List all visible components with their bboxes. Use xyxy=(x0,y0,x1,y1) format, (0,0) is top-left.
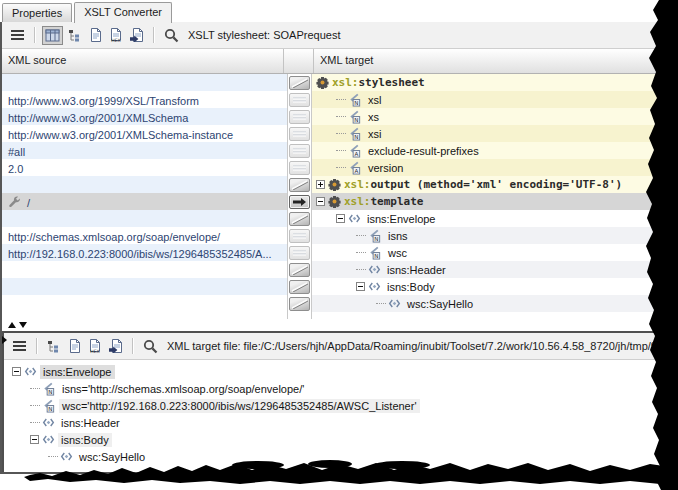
mapping-button-cell xyxy=(288,142,312,159)
tree-item[interactable]: isns:Body xyxy=(4,431,678,448)
tree-item[interactable]: Nwsc='http://192.168.0.223:8000/ibis/ws/… xyxy=(4,397,678,414)
target-cell[interactable]: isns:Header xyxy=(312,261,678,278)
svg-text:HEX: HEX xyxy=(90,349,100,353)
source-column-header[interactable]: XML source xyxy=(2,49,284,73)
attribute-icon: A xyxy=(348,144,362,158)
equals-mapping-button[interactable] xyxy=(289,246,310,260)
menu-button[interactable] xyxy=(10,337,30,355)
hexdoc-button[interactable]: HEX xyxy=(86,336,104,356)
equals-mapping-button[interactable] xyxy=(289,144,310,158)
collapse-down-button[interactable] xyxy=(19,322,27,328)
target-cell[interactable]: Nxsi xyxy=(312,125,678,142)
source-value: #all xyxy=(8,146,25,158)
equals-mapping-button[interactable] xyxy=(289,110,310,124)
mapping-button-cell xyxy=(288,91,312,108)
expand-toggle[interactable] xyxy=(30,435,39,444)
arrow-mapping-button[interactable] xyxy=(289,195,310,209)
source-cell[interactable] xyxy=(2,74,288,91)
tree-item-label: isns:Envelope xyxy=(40,365,115,379)
target-cell[interactable]: isns:Body xyxy=(312,278,678,295)
equals-mapping-button[interactable] xyxy=(289,161,310,175)
target-column-header[interactable]: XML target xyxy=(314,49,678,73)
target-cell[interactable]: Nxs xyxy=(312,108,678,125)
tree-item[interactable]: Nisns='http://schemas.xmlsoap.org/soap/e… xyxy=(4,380,678,397)
tree-item-label: isns:Header xyxy=(58,416,123,430)
hexdoc-button[interactable]: HEX xyxy=(107,25,125,45)
diagonal-mapping-button[interactable] xyxy=(289,212,310,226)
grid-button[interactable] xyxy=(42,26,63,45)
target-cell[interactable]: xsl:template xyxy=(312,193,678,210)
doc-button[interactable] xyxy=(87,25,105,45)
tree-item[interactable]: wsc:SayHello xyxy=(4,448,678,465)
diagonal-mapping-button[interactable] xyxy=(289,76,310,90)
source-cell xyxy=(2,312,288,319)
mapping-row: isns:Header xyxy=(2,261,678,278)
source-cell[interactable] xyxy=(2,261,288,278)
importdoc-button[interactable] xyxy=(106,336,126,356)
target-node-label: xsi xyxy=(365,127,384,141)
target-cell[interactable]: wsc:SayHello xyxy=(312,295,678,312)
mapping-button-cell xyxy=(288,108,312,125)
target-cell[interactable]: Aversion xyxy=(312,159,678,176)
diagonal-mapping-button[interactable] xyxy=(289,297,310,311)
menu-button[interactable] xyxy=(8,26,28,44)
source-cell[interactable]: http://www.w3.org/2001/XMLSchema-instanc… xyxy=(2,125,288,142)
mapping-button-cell xyxy=(288,261,312,278)
source-cell[interactable] xyxy=(2,295,288,312)
diagonal-mapping-button[interactable] xyxy=(289,280,310,294)
tree-button[interactable] xyxy=(65,26,85,45)
tree-item-label: wsc='http://192.168.0.223:8000/ibis/ws/1… xyxy=(59,399,420,413)
target-node-label: exclude-result-prefixes xyxy=(365,144,482,158)
source-cell[interactable]: http://www.w3.org/2001/XMLSchema xyxy=(2,108,288,125)
target-cell[interactable]: xsl:output (method='xml' encoding='UTF-8… xyxy=(312,176,678,193)
diagonal-mapping-button[interactable] xyxy=(289,263,310,277)
tab-properties[interactable]: Properties xyxy=(2,3,72,22)
equals-mapping-button[interactable] xyxy=(289,229,310,243)
mapping-table-filler xyxy=(2,312,678,319)
tree-button[interactable] xyxy=(44,337,64,356)
source-cell[interactable]: / xyxy=(2,193,288,210)
search-button[interactable] xyxy=(161,25,182,46)
hexdoc-icon: HEX xyxy=(110,28,122,42)
target-cell[interactable]: Aexclude-result-prefixes xyxy=(312,142,678,159)
tree-item[interactable]: isns:Envelope xyxy=(4,363,678,380)
collapse-up-button[interactable] xyxy=(8,322,16,328)
mapping-row: http://www.w3.org/1999/XSL/TransformNxsl xyxy=(2,91,678,108)
importdoc-button[interactable] xyxy=(127,25,147,45)
expand-toggle[interactable] xyxy=(336,214,345,223)
tab-xslt-converter[interactable]: XSLT Converter xyxy=(74,2,172,23)
svg-text:A: A xyxy=(354,167,358,173)
expand-toggle[interactable] xyxy=(356,282,365,291)
tree-item[interactable]: isns:Header xyxy=(4,414,678,431)
target-cell[interactable]: Nxsl xyxy=(312,91,678,108)
source-cell[interactable] xyxy=(2,278,288,295)
source-cell[interactable]: http://www.w3.org/1999/XSL/Transform xyxy=(2,91,288,108)
diagonal-mapping-button[interactable] xyxy=(289,178,310,192)
doc-icon xyxy=(69,339,81,353)
equals-mapping-button[interactable] xyxy=(289,127,310,141)
target-cell[interactable]: Nisns xyxy=(312,227,678,244)
tree-connector xyxy=(30,388,40,389)
expand-toggle[interactable] xyxy=(12,367,21,376)
toolbar-separator xyxy=(36,338,38,354)
source-cell[interactable]: #all xyxy=(2,142,288,159)
source-cell[interactable]: http://192.168.0.223:8000/ibis/ws/129648… xyxy=(2,244,288,261)
equals-mapping-button[interactable] xyxy=(289,93,310,107)
splitter[interactable] xyxy=(2,319,678,331)
doc-button[interactable] xyxy=(66,336,84,356)
target-node-label: version xyxy=(365,161,406,175)
search-button[interactable] xyxy=(140,336,161,357)
target-cell[interactable]: Nwsc xyxy=(312,244,678,261)
splitter-edge-handle[interactable] xyxy=(2,336,7,344)
source-cell[interactable]: http://schemas.xmlsoap.org/soap/envelope… xyxy=(2,227,288,244)
expand-toggle[interactable] xyxy=(316,180,325,189)
target-cell[interactable]: xsl:stylesheet xyxy=(312,74,678,91)
mapping-button-cell xyxy=(288,295,312,312)
source-cell[interactable]: 2.0 xyxy=(2,159,288,176)
target-cell[interactable]: isns:Envelope xyxy=(312,210,678,227)
expand-toggle[interactable] xyxy=(316,197,325,206)
source-cell[interactable] xyxy=(2,210,288,227)
target-node-label: isns:Envelope xyxy=(364,212,439,226)
toolbar-separator xyxy=(153,27,155,43)
source-cell[interactable] xyxy=(2,176,288,193)
